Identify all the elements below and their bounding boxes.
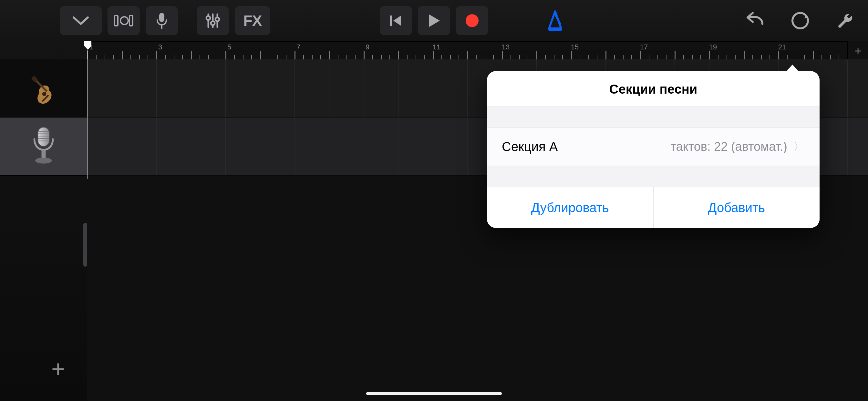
section-label: Секция A [502,140,558,154]
ruler-bar-label: 21 [778,43,786,51]
svg-rect-2 [129,16,133,26]
play-icon [427,13,441,28]
svg-point-24 [35,158,52,163]
view-menu-button[interactable] [60,6,102,35]
track-scroll-indicator [83,223,87,267]
track-headers-column [0,59,87,176]
undo-icon [744,11,766,30]
svg-point-15 [793,13,808,28]
svg-point-8 [211,21,215,25]
ruler-bar-label: 5 [227,43,231,51]
section-detail: тактов: 22 (автомат.) [671,140,787,154]
svg-rect-0 [115,16,118,26]
microphone-button[interactable] [146,6,178,35]
plus-icon: ＋ [852,42,864,59]
wrench-icon [835,10,856,31]
popover-spacer [487,106,819,127]
ruler-bar-label: 15 [571,43,579,51]
top-toolbar: FX [0,0,868,41]
popover-actions: Дублировать Добавить [487,187,819,228]
add-button[interactable]: Добавить [653,187,820,228]
add-section-button[interactable]: ＋ [847,41,868,59]
fx-button[interactable]: FX [235,6,270,35]
svg-rect-14 [548,27,562,31]
add-label: Добавить [708,201,765,215]
home-indicator [366,392,502,395]
ruler-bar-label: 17 [640,43,648,51]
popover-title: Секции песни [487,71,819,106]
metronome-button[interactable] [544,9,566,32]
ruler-bar-label: 9 [366,43,369,51]
loop-browser-button[interactable] [787,11,813,31]
track-view-button[interactable] [107,6,140,35]
svg-point-6 [206,16,210,20]
svg-point-12 [466,14,478,27]
svg-rect-11 [390,16,392,26]
track-header-guitar[interactable] [0,59,87,118]
popover-spacer [487,166,819,187]
ruler-bar-label: 11 [433,43,440,51]
ruler-bar-label: 7 [297,43,300,51]
svg-rect-3 [159,13,164,22]
undo-button[interactable] [742,11,768,30]
fx-label: FX [244,12,262,29]
duplicate-button[interactable]: Дублировать [487,187,653,228]
timeline-ruler[interactable]: 13579111315171921 [87,41,868,59]
sliders-icon [205,12,221,29]
ruler-bar-label: 3 [158,43,162,51]
svg-point-10 [215,18,219,21]
record-button[interactable] [456,6,488,35]
toolbar-right-cluster [742,10,858,31]
record-icon [465,13,479,28]
metronome-icon [544,9,566,32]
plus-icon: + [51,357,65,380]
chevron-right-icon: 〉 [793,139,805,155]
svg-rect-23 [42,150,46,158]
add-track-button[interactable]: + [45,356,71,382]
ruler-bar-label: 19 [709,43,717,51]
svg-point-1 [120,17,128,25]
track-view-icon [114,13,133,28]
ruler-bar-label: 13 [502,43,509,51]
go-to-start-button[interactable] [380,6,412,35]
guitar-icon [24,69,63,108]
chevron-down-icon [72,16,89,26]
mixer-button[interactable] [197,6,229,35]
toolbar-left-cluster: FX [60,6,270,35]
go-to-start-icon [388,13,404,28]
section-row-a[interactable]: Секция A тактов: 22 (автомат.) 〉 [487,127,819,166]
microphone-icon [155,11,168,30]
duplicate-label: Дублировать [531,201,609,215]
svg-rect-22 [38,127,49,146]
song-sections-popover: Секции песни Секция A тактов: 22 (автома… [487,71,819,228]
app-root: FX [0,0,868,401]
transport-cluster [380,6,488,35]
settings-button[interactable] [833,10,858,31]
loop-icon [790,11,810,31]
play-button[interactable] [418,6,450,35]
track-header-mic[interactable] [0,118,87,176]
playhead-line [88,50,88,179]
studio-mic-icon [24,127,63,166]
